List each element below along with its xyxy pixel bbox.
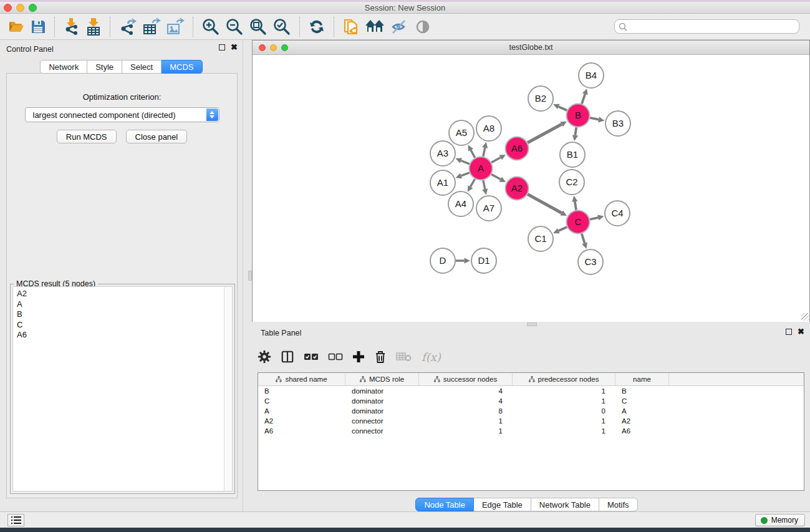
mcds-result-item[interactable]: A6: [17, 330, 224, 341]
export-network-icon[interactable]: [116, 17, 140, 37]
export-table-icon[interactable]: [140, 17, 163, 37]
close-table-panel-icon[interactable]: ✖: [798, 329, 804, 335]
create-column-icon[interactable]: [352, 351, 365, 363]
graph-edge-A6-B[interactable]: [528, 124, 561, 142]
table-row[interactable]: A2connector11A2: [258, 416, 804, 426]
graph-node-A6[interactable]: A6: [506, 137, 529, 160]
tab-style[interactable]: Style: [87, 60, 122, 74]
graph-node-A8[interactable]: A8: [476, 116, 501, 141]
column-header-name[interactable]: name: [615, 373, 669, 385]
table-cell[interactable]: 4: [419, 397, 513, 405]
graph-edge-C-C4[interactable]: [590, 218, 598, 220]
memory-button[interactable]: Memory: [755, 514, 805, 526]
apply-layout-icon[interactable]: [306, 17, 328, 37]
table-cell[interactable]: 1: [419, 427, 513, 435]
show-columns-icon[interactable]: [281, 350, 294, 364]
graph-edge-A-A6[interactable]: [491, 157, 501, 162]
tab-select[interactable]: Select: [122, 60, 162, 74]
table-cell[interactable]: 0: [513, 407, 615, 415]
graph-edge-A-A7[interactable]: [483, 180, 485, 189]
graph-edge-A-A8[interactable]: [483, 148, 485, 157]
import-network-icon[interactable]: [60, 17, 83, 37]
column-header-MCDS-role[interactable]: MCDS role: [345, 373, 419, 385]
tab-node-table[interactable]: Node Table: [415, 498, 474, 511]
table-row[interactable]: Bdominator41B: [258, 386, 804, 396]
export-image-icon[interactable]: [163, 17, 187, 37]
graph-node-C3[interactable]: C3: [578, 249, 603, 274]
graph-node-C[interactable]: C: [567, 211, 590, 234]
table-cell[interactable]: A: [258, 407, 345, 415]
mcds-result-item[interactable]: C: [17, 320, 224, 331]
graph-edge-A-A2[interactable]: [491, 174, 501, 179]
tab-mcds[interactable]: MCDS: [162, 60, 202, 74]
mcds-result-item[interactable]: B: [17, 309, 224, 320]
mcds-list-scrollbar[interactable]: [224, 287, 232, 491]
deselect-all-columns-icon[interactable]: [328, 352, 343, 361]
table-cell[interactable]: 8: [419, 407, 513, 415]
tab-motifs[interactable]: Motifs: [599, 498, 638, 511]
tab-network-table[interactable]: Network Table: [531, 498, 599, 511]
table-cell[interactable]: 1: [513, 397, 615, 405]
graph-node-C1[interactable]: C1: [528, 226, 553, 251]
clone-network-icon[interactable]: [340, 17, 362, 37]
import-table-icon[interactable]: [83, 17, 104, 37]
delete-table-icon[interactable]: [396, 351, 412, 362]
table-cell[interactable]: 1: [513, 427, 615, 435]
graph-node-A3[interactable]: A3: [430, 141, 455, 166]
table-cell[interactable]: A6: [258, 427, 345, 435]
table-cell[interactable]: B: [615, 387, 669, 395]
graph-edge-B-B2[interactable]: [559, 107, 567, 110]
delete-column-icon[interactable]: [374, 350, 387, 364]
graph-node-A2[interactable]: A2: [506, 177, 529, 200]
graph-node-A7[interactable]: A7: [476, 196, 501, 221]
table-cell[interactable]: C: [258, 397, 345, 405]
column-header-successor-nodes[interactable]: successor nodes: [419, 373, 513, 385]
search-input[interactable]: [630, 22, 795, 31]
zoom-selected-icon[interactable]: [270, 17, 294, 37]
table-row[interactable]: Cdominator41C: [258, 396, 804, 406]
graph-node-D[interactable]: D: [430, 248, 455, 273]
graph-edge-B-B3[interactable]: [590, 118, 599, 120]
task-history-button[interactable]: [7, 514, 24, 526]
table-cell[interactable]: connector: [345, 417, 419, 425]
show-panel-icon[interactable]: [411, 17, 435, 37]
mcds-result-item[interactable]: A: [17, 299, 224, 310]
graph-edge-A-A4[interactable]: [470, 179, 475, 187]
tab-network[interactable]: Network: [40, 60, 87, 74]
graph-node-B[interactable]: B: [567, 104, 590, 127]
table-cell[interactable]: A2: [615, 417, 669, 425]
graph-edge-A-A3[interactable]: [461, 161, 470, 164]
table-row[interactable]: Adominator80A: [258, 406, 804, 416]
graph-edge-C-C1[interactable]: [559, 227, 567, 231]
graph-node-B2[interactable]: B2: [528, 86, 553, 111]
table-cell[interactable]: 1: [513, 387, 615, 395]
graph-edge-B-B1[interactable]: [575, 127, 576, 135]
graph-node-C2[interactable]: C2: [559, 170, 584, 195]
table-settings-gear-icon[interactable]: [258, 350, 271, 364]
float-table-panel-icon[interactable]: [786, 329, 792, 335]
close-panel-button[interactable]: Close panel: [126, 130, 188, 143]
table-cell[interactable]: 4: [419, 387, 513, 395]
zoom-out-icon[interactable]: [223, 17, 246, 37]
network-canvas[interactable]: B4B2BB3A8A5A6A3B1AC2A1A2A4A7C4CC1C3DD1: [253, 56, 809, 322]
graph-node-A4[interactable]: A4: [448, 191, 473, 216]
graph-edge-C-C2[interactable]: [575, 201, 576, 210]
search-field[interactable]: [614, 19, 799, 34]
close-panel-icon[interactable]: ✖: [231, 44, 238, 51]
table-cell[interactable]: A2: [258, 417, 345, 425]
tab-edge-table[interactable]: Edge Table: [474, 498, 531, 511]
run-mcds-button[interactable]: Run MCDS: [57, 130, 117, 143]
table-cell[interactable]: 1: [513, 417, 615, 425]
table-cell[interactable]: C: [615, 397, 669, 405]
graph-node-A[interactable]: A: [470, 157, 493, 180]
graph-edge-A-A5[interactable]: [471, 150, 475, 158]
open-session-icon[interactable]: [5, 17, 27, 37]
column-header-predecessor-nodes[interactable]: predecessor nodes: [513, 373, 615, 385]
select-all-columns-icon[interactable]: [304, 352, 319, 361]
graph-node-A5[interactable]: A5: [449, 120, 474, 145]
network-window-titlebar[interactable]: testGlobe.txt: [253, 41, 809, 55]
window-resize-grip-icon[interactable]: [801, 313, 809, 321]
graph-node-C4[interactable]: C4: [605, 201, 630, 226]
graph-node-B1[interactable]: B1: [560, 142, 585, 167]
graph-edge-B-B4[interactable]: [582, 94, 585, 104]
